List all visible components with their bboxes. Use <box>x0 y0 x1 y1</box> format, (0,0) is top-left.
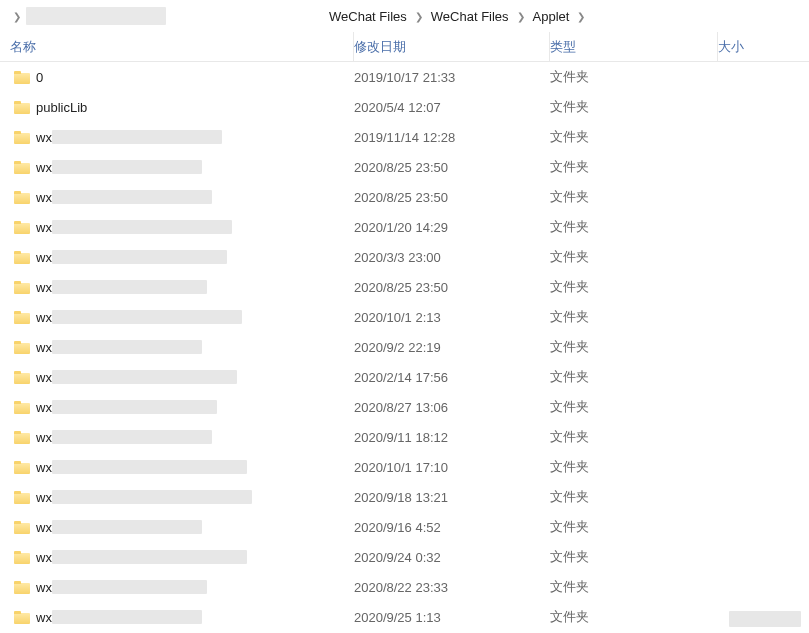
redacted-text <box>52 580 207 594</box>
cell-type: 文件夹 <box>550 278 718 296</box>
list-item[interactable]: wx2020/8/25 23:50文件夹 <box>0 152 809 182</box>
header-date[interactable]: 修改日期 <box>354 32 550 61</box>
cell-date: 2020/9/18 13:21 <box>354 490 550 505</box>
cell-date: 2019/10/17 21:33 <box>354 70 550 85</box>
cell-type: 文件夹 <box>550 488 718 506</box>
redacted-text <box>52 280 207 294</box>
folder-icon <box>14 281 30 294</box>
redacted-text <box>52 250 227 264</box>
cell-name: wx <box>0 580 354 595</box>
chevron-right-icon[interactable]: ❯ <box>577 11 585 22</box>
list-item[interactable]: wx2020/9/24 0:32文件夹 <box>0 542 809 572</box>
cell-name: wx <box>0 220 354 235</box>
folder-icon <box>14 551 30 564</box>
header-name[interactable]: 名称 <box>0 32 354 61</box>
cell-name: wx <box>0 520 354 535</box>
folder-icon <box>14 311 30 324</box>
cell-name: wx <box>0 340 354 355</box>
cell-date: 2020/9/2 22:19 <box>354 340 550 355</box>
file-name: wx <box>36 370 52 385</box>
list-item[interactable]: wx2020/9/25 1:13文件夹 <box>0 602 809 632</box>
file-name: wx <box>36 460 52 475</box>
folder-icon <box>14 251 30 264</box>
redacted-text <box>52 190 212 204</box>
redacted-text <box>52 370 237 384</box>
file-name: wx <box>36 250 52 265</box>
list-item[interactable]: wx2020/9/16 4:52文件夹 <box>0 512 809 542</box>
list-item[interactable]: wx2020/9/2 22:19文件夹 <box>0 332 809 362</box>
redacted-text <box>52 310 242 324</box>
redacted-text <box>52 400 217 414</box>
cell-date: 2020/3/3 23:00 <box>354 250 550 265</box>
folder-icon <box>14 491 30 504</box>
list-item[interactable]: wx2020/2/14 17:56文件夹 <box>0 362 809 392</box>
list-item[interactable]: wx2020/3/3 23:00文件夹 <box>0 242 809 272</box>
list-item[interactable]: wx2020/10/1 17:10文件夹 <box>0 452 809 482</box>
folder-icon <box>14 461 30 474</box>
breadcrumb-item[interactable]: WeChat Files <box>428 7 512 26</box>
list-item[interactable]: wx2019/11/14 12:28文件夹 <box>0 122 809 152</box>
cell-type: 文件夹 <box>550 518 718 536</box>
cell-type: 文件夹 <box>550 578 718 596</box>
cell-date: 2020/8/27 13:06 <box>354 400 550 415</box>
list-item[interactable]: wx2020/8/25 23:50文件夹 <box>0 272 809 302</box>
file-name: wx <box>36 310 52 325</box>
list-item[interactable]: wx2020/10/1 2:13文件夹 <box>0 302 809 332</box>
cell-type: 文件夹 <box>550 98 718 116</box>
redacted-text <box>52 160 202 174</box>
breadcrumb-item[interactable]: Applet <box>530 7 573 26</box>
file-name: publicLib <box>36 100 87 115</box>
file-list: 02019/10/17 21:33文件夹publicLib2020/5/4 12… <box>0 62 809 632</box>
folder-icon <box>14 431 30 444</box>
cell-name: wx <box>0 130 354 145</box>
redacted-text <box>52 430 212 444</box>
breadcrumb-item[interactable]: WeChat Files <box>326 7 410 26</box>
folder-icon <box>14 611 30 624</box>
file-name: wx <box>36 160 52 175</box>
column-headers: 名称 修改日期 类型 大小 <box>0 32 809 62</box>
file-name: wx <box>36 400 52 415</box>
cell-type: 文件夹 <box>550 608 718 626</box>
file-name: wx <box>36 430 52 445</box>
list-item[interactable]: wx2020/8/27 13:06文件夹 <box>0 392 809 422</box>
chevron-right-icon[interactable]: ❯ <box>13 11 21 22</box>
list-item[interactable]: wx2020/9/18 13:21文件夹 <box>0 482 809 512</box>
folder-icon <box>14 221 30 234</box>
cell-name: 0 <box>0 70 354 85</box>
redacted-text <box>52 550 247 564</box>
list-item[interactable]: wx2020/9/11 18:12文件夹 <box>0 422 809 452</box>
cell-date: 2020/8/25 23:50 <box>354 190 550 205</box>
redacted-path-segment <box>26 7 166 25</box>
cell-name: wx <box>0 460 354 475</box>
list-item[interactable]: wx2020/8/25 23:50文件夹 <box>0 182 809 212</box>
header-size[interactable]: 大小 <box>718 32 809 61</box>
cell-name: wx <box>0 160 354 175</box>
file-name: wx <box>36 220 52 235</box>
cell-date: 2020/9/24 0:32 <box>354 550 550 565</box>
list-item[interactable]: wx2020/8/22 23:33文件夹 <box>0 572 809 602</box>
redacted-text <box>52 490 252 504</box>
folder-icon <box>14 401 30 414</box>
redacted-text <box>52 610 202 624</box>
cell-type: 文件夹 <box>550 68 718 86</box>
folder-icon <box>14 581 30 594</box>
cell-name: wx <box>0 550 354 565</box>
cell-date: 2020/8/25 23:50 <box>354 160 550 175</box>
file-name: wx <box>36 520 52 535</box>
cell-date: 2020/5/4 12:07 <box>354 100 550 115</box>
cell-type: 文件夹 <box>550 158 718 176</box>
cell-type: 文件夹 <box>550 218 718 236</box>
cell-type: 文件夹 <box>550 338 718 356</box>
list-item[interactable]: publicLib2020/5/4 12:07文件夹 <box>0 92 809 122</box>
cell-name: wx <box>0 400 354 415</box>
cell-type: 文件夹 <box>550 308 718 326</box>
file-name: wx <box>36 280 52 295</box>
file-name: wx <box>36 580 52 595</box>
list-item[interactable]: 02019/10/17 21:33文件夹 <box>0 62 809 92</box>
list-item[interactable]: wx2020/1/20 14:29文件夹 <box>0 212 809 242</box>
chevron-right-icon[interactable]: ❯ <box>517 11 525 22</box>
header-type[interactable]: 类型 <box>550 32 718 61</box>
cell-date: 2020/8/25 23:50 <box>354 280 550 295</box>
cell-date: 2020/9/16 4:52 <box>354 520 550 535</box>
chevron-right-icon[interactable]: ❯ <box>415 11 423 22</box>
